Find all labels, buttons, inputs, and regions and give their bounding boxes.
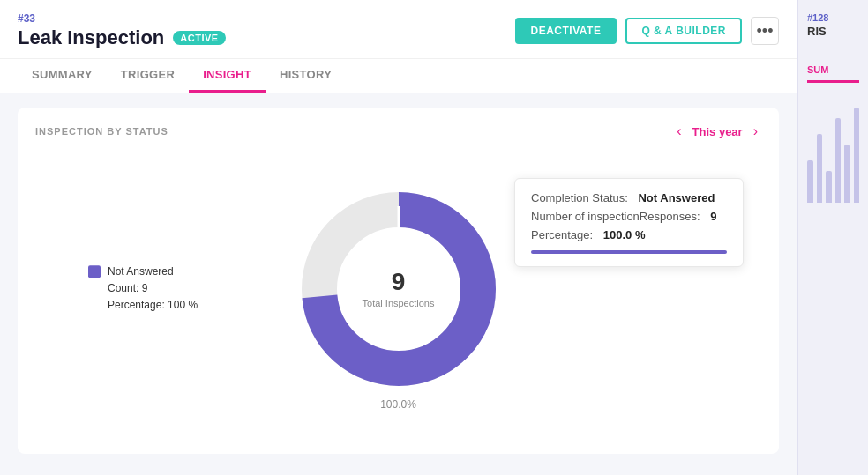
legend-text: Not Answered Count: 9 Percentage: 100 % [108, 263, 198, 315]
right-bar-1 [807, 160, 813, 203]
right-bar-5 [844, 145, 850, 203]
right-tab-summary[interactable]: SUM [807, 64, 859, 83]
deactivate-button[interactable]: DEACTIVATE [515, 18, 617, 44]
section-title: INSPECTION BY STATUS [35, 126, 168, 137]
page-title: Leak Inspection [18, 26, 164, 49]
legend-percentage-value: 100 % [168, 299, 198, 311]
tab-history[interactable]: HISTORY [266, 59, 346, 93]
right-issue-number: #128 [807, 12, 859, 23]
right-chart-placeholder [807, 97, 859, 203]
donut-center: 9 Total Inspections [363, 270, 435, 308]
right-bar-6 [854, 108, 860, 203]
right-bar-4 [835, 118, 842, 203]
legend-label: Not Answered [108, 265, 174, 278]
more-icon: ••• [757, 22, 774, 41]
period-next-button[interactable]: › [750, 122, 761, 141]
legend-percentage-label: Percentage: [108, 299, 165, 311]
tab-insight[interactable]: INSIGHT [189, 59, 266, 93]
tooltip-responses-label: Number of inspectionResponses: [531, 210, 700, 223]
donut-chart: 9 Total Inspections 100.0% [293, 183, 505, 395]
issue-number: #33 [18, 12, 226, 25]
tooltip-responses-value: 9 [710, 210, 716, 223]
tooltip-status-label: Completion Status: [531, 191, 628, 204]
app-container: #33 Leak Inspection ACTIVE DEACTIVATE Q … [0, 0, 868, 475]
right-bar-2 [817, 134, 823, 203]
tooltip-percentage-row: Percentage: 100.0 % [531, 228, 727, 241]
legend-count-value: 9 [142, 282, 148, 294]
right-bar-3 [826, 171, 832, 203]
legend-item: Not Answered Count: 9 Percentage: 100 % [88, 263, 198, 315]
period-nav: ‹ This year › [673, 122, 761, 141]
tab-summary[interactable]: SUMMARY [18, 59, 107, 93]
tab-trigger[interactable]: TRIGGER [107, 59, 189, 93]
header-title-row: Leak Inspection ACTIVE [18, 26, 226, 49]
qa-builder-button[interactable]: Q & A BUILDER [625, 18, 742, 44]
tooltip-card: Completion Status: Not Answered Number o… [514, 178, 744, 267]
period-label: This year [692, 125, 743, 138]
right-panel: #128 RIS SUM [797, 0, 868, 475]
chart-area: Not Answered Count: 9 Percentage: 100 % [35, 152, 761, 426]
tooltip-percentage-label: Percentage: [531, 228, 593, 241]
percentage-label: 100.0% [380, 398, 416, 411]
donut-label: Total Inspections [363, 298, 435, 308]
header-left: #33 Leak Inspection ACTIVE [18, 12, 226, 49]
header-actions: DEACTIVATE Q & A BUILDER ••• [515, 17, 780, 45]
period-prev-button[interactable]: ‹ [673, 122, 685, 141]
main-panel: #33 Leak Inspection ACTIVE DEACTIVATE Q … [0, 0, 797, 475]
legend-count-label: Count: [108, 282, 138, 294]
right-issue-title: RIS [807, 25, 859, 38]
status-badge: ACTIVE [173, 31, 225, 45]
chart-legend: Not Answered Count: 9 Percentage: 100 % [88, 263, 198, 315]
tabs: SUMMARY TRIGGER INSIGHT HISTORY [0, 59, 797, 93]
section-header: INSPECTION BY STATUS ‹ This year › [35, 122, 761, 141]
legend-color-swatch [88, 265, 101, 278]
header: #33 Leak Inspection ACTIVE DEACTIVATE Q … [0, 0, 797, 59]
section-card: INSPECTION BY STATUS ‹ This year › [18, 108, 779, 454]
tooltip-status-value: Not Answered [638, 191, 715, 204]
donut-total: 9 [363, 270, 435, 294]
tooltip-percentage-value: 100.0 % [603, 228, 646, 241]
tooltip-bar [531, 250, 727, 254]
tooltip-status-row: Completion Status: Not Answered [531, 191, 727, 204]
content-area: INSPECTION BY STATUS ‹ This year › [0, 93, 797, 475]
more-options-button[interactable]: ••• [751, 17, 779, 45]
tooltip-responses-row: Number of inspectionResponses: 9 [531, 210, 727, 223]
